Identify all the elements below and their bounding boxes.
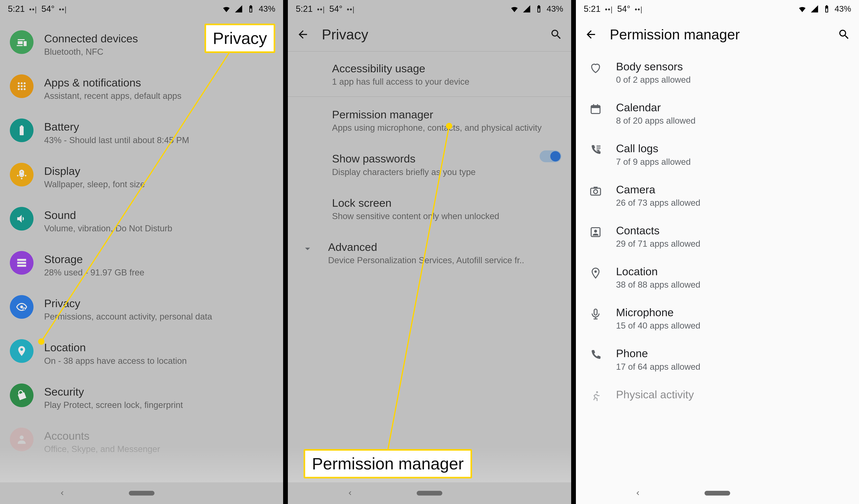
nav-back-button[interactable] — [58, 489, 66, 497]
screen-privacy: 5:21 54° 43% Privacy Accessibility usage… — [288, 0, 571, 504]
row-sub: 26 of 73 apps allowed — [616, 197, 849, 208]
row-title: Accounts — [44, 429, 273, 442]
settings-item-display[interactable]: DisplayWallpaper, sleep, font size — [0, 154, 283, 198]
row-title: Sound — [44, 208, 273, 222]
header: Permission manager — [576, 18, 859, 51]
row-sub: Office, Skype, and Messenger — [44, 444, 273, 454]
row-title: Privacy — [44, 297, 273, 310]
permission-item-phone[interactable]: Phone17 of 64 apps allowed — [576, 338, 859, 379]
privacy-icon — [10, 295, 33, 319]
row-title: Location — [44, 341, 273, 354]
row-sub: 28% used - 91.97 GB free — [44, 267, 273, 278]
permission-item-contacts[interactable]: Contacts29 of 71 apps allowed — [576, 215, 859, 256]
row-sub: 0 of 2 apps allowed — [616, 74, 849, 85]
phone-icon — [586, 345, 605, 365]
signal-icon — [234, 4, 243, 13]
status-bar: 5:21 54° 43% — [0, 0, 283, 18]
heart-icon — [586, 58, 605, 78]
settings-item-privacy[interactable]: PrivacyPermissions, account activity, pe… — [0, 286, 283, 331]
signal-icon — [522, 4, 531, 13]
nav-bar — [288, 482, 571, 504]
status-time: 5:21 — [584, 4, 601, 14]
row-title: Storage — [44, 253, 273, 266]
row-title: Advanced — [328, 240, 561, 254]
settings-item-location[interactable]: LocationOn - 38 apps have access to loca… — [0, 331, 283, 375]
search-button[interactable] — [837, 27, 851, 42]
wifi-icon — [510, 4, 519, 13]
row-sub: 17 of 64 apps allowed — [616, 361, 849, 372]
privacy-item-advanced[interactable]: AdvancedDevice Personalization Services,… — [288, 230, 571, 274]
permission-item-body-sensors[interactable]: Body sensors0 of 2 apps allowed — [576, 51, 859, 92]
row-title: Microphone — [616, 306, 849, 319]
row-title: Contacts — [616, 224, 849, 237]
activity-icon — [586, 386, 605, 406]
status-time: 5:21 — [8, 4, 25, 14]
privacy-item-permission-manager[interactable]: Permission managerApps using microphone,… — [288, 98, 571, 142]
display-icon — [10, 163, 33, 186]
row-title: Call logs — [616, 142, 849, 155]
permission-item-microphone[interactable]: Microphone15 of 40 apps allowed — [576, 297, 859, 338]
row-sub: 1 app has full access to your device — [332, 76, 561, 87]
page-title: Permission manager — [610, 26, 740, 43]
row-title: Display — [44, 164, 273, 177]
nav-back-button[interactable] — [634, 489, 642, 497]
battery-icon — [534, 4, 543, 13]
notif-dots-icon — [635, 4, 643, 14]
nav-home-pill[interactable] — [705, 491, 730, 495]
permission-item-physical-activity[interactable]: Physical activity — [576, 379, 859, 413]
row-sub: 8 of 20 apps allowed — [616, 115, 849, 126]
storage-icon — [10, 251, 33, 274]
search-button[interactable] — [549, 27, 563, 42]
settings-item-battery[interactable]: Battery43% - Should last until about 8:4… — [0, 110, 283, 154]
wifi-icon — [222, 4, 231, 13]
show-passwords-toggle[interactable] — [540, 151, 561, 162]
settings-item-storage[interactable]: Storage28% used - 91.97 GB free — [0, 242, 283, 286]
permission-list: Body sensors0 of 2 apps allowed Calendar… — [576, 51, 859, 482]
row-sub: Show sensitive content only when unlocke… — [332, 211, 561, 221]
camera-icon — [586, 181, 605, 201]
row-sub: On - 38 apps have access to location — [44, 356, 273, 366]
calendar-icon — [586, 99, 605, 119]
privacy-item-lock-screen[interactable]: Lock screenShow sensitive content only w… — [288, 186, 571, 230]
permission-item-call-logs[interactable]: Call logs7 of 9 apps allowed — [576, 133, 859, 174]
screen-settings: 5:21 54° 43% Connected devicesBluetooth,… — [0, 0, 283, 504]
back-button[interactable] — [584, 27, 598, 42]
battery-icon — [822, 4, 831, 13]
back-button[interactable] — [296, 27, 310, 42]
row-title: Body sensors — [616, 60, 849, 73]
permission-item-location[interactable]: Location38 of 88 apps allowed — [576, 256, 859, 297]
nav-home-pill[interactable] — [417, 491, 442, 495]
status-temp: 54° — [41, 4, 55, 14]
devices-icon — [10, 30, 33, 54]
row-sub: Assistant, recent apps, default apps — [44, 90, 273, 101]
status-temp: 54° — [617, 4, 631, 14]
nav-home-pill[interactable] — [129, 491, 154, 495]
page-title: Privacy — [322, 26, 368, 43]
screen-permission-manager: 5:21 54° 43% Permission manager Body sen… — [576, 0, 859, 504]
row-sub: 15 of 40 apps allowed — [616, 320, 849, 331]
sound-icon — [10, 207, 33, 231]
location-icon — [10, 339, 33, 363]
status-battery: 43% — [834, 4, 851, 14]
contacts-icon — [586, 222, 605, 242]
permission-item-camera[interactable]: Camera26 of 73 apps allowed — [576, 174, 859, 215]
row-title: Camera — [616, 183, 849, 196]
permission-item-calendar[interactable]: Calendar8 of 20 apps allowed — [576, 92, 859, 133]
battery-icon — [246, 4, 255, 13]
row-sub: Device Personalization Services, Autofil… — [328, 255, 561, 266]
status-battery: 43% — [259, 4, 275, 14]
row-title: Physical activity — [616, 388, 849, 401]
callout-privacy: Privacy — [205, 23, 275, 53]
privacy-item-accessibility[interactable]: Accessibility usage1 app has full access… — [288, 51, 571, 96]
settings-item-sound[interactable]: SoundVolume, vibration, Do Not Disturb — [0, 198, 283, 242]
notif-dots-icon — [59, 4, 67, 14]
status-time: 5:21 — [296, 4, 313, 14]
settings-item-apps[interactable]: Apps & notificationsAssistant, recent ap… — [0, 66, 283, 110]
privacy-item-show-passwords[interactable]: Show passwordsDisplay characters briefly… — [288, 142, 571, 186]
settings-item-accounts[interactable]: AccountsOffice, Skype, and Messenger — [0, 419, 283, 463]
nav-back-button[interactable] — [346, 489, 353, 497]
row-title: Calendar — [616, 101, 849, 114]
security-icon — [10, 383, 33, 407]
row-title: Lock screen — [332, 196, 561, 209]
settings-item-security[interactable]: SecurityPlay Protect, screen lock, finge… — [0, 375, 283, 419]
